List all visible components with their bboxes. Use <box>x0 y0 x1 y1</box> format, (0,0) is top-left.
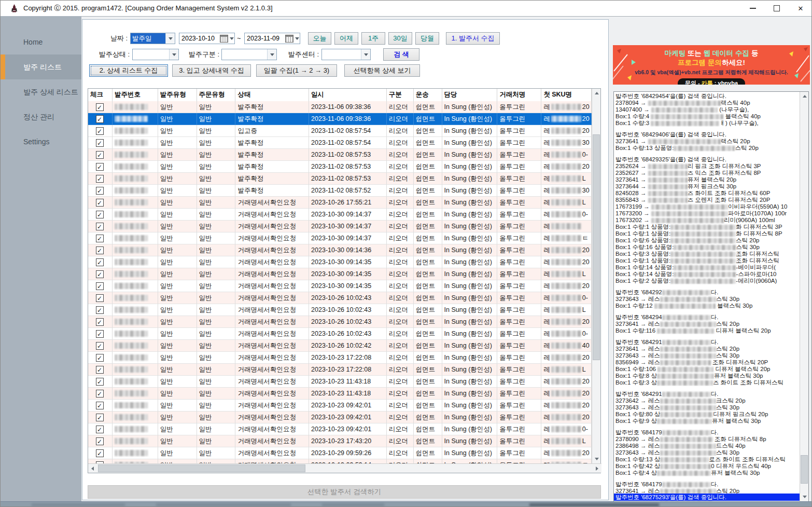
column-header-7[interactable]: 운송 <box>414 89 442 101</box>
row-checkbox[interactable] <box>96 282 104 290</box>
row-checkbox[interactable] <box>96 426 104 433</box>
row-checkbox[interactable] <box>96 127 104 135</box>
quick-button-today[interactable]: 오늘 <box>308 32 331 45</box>
row-checkbox[interactable] <box>96 211 104 218</box>
column-header-1[interactable]: 발주번호 <box>113 89 158 101</box>
row-checkbox[interactable] <box>96 163 104 171</box>
action-button-collect-inbound-detail[interactable]: 3. 입고 상세내역 수집 <box>172 64 251 77</box>
row-checkbox[interactable] <box>96 199 104 207</box>
row-checkbox[interactable] <box>96 103 104 111</box>
row-checkbox[interactable] <box>96 258 104 266</box>
table-row[interactable]: 일반일반입고중2023-11-02 08:57:54리오더쉽먼트In Sung … <box>88 125 592 137</box>
row-checkbox[interactable] <box>96 354 104 362</box>
table-row[interactable]: 일반일반거래명세서확인요청2023-10-23 11:43:18리오더쉽먼트In… <box>88 376 592 388</box>
ad-banner[interactable]: 마케팅 또는 웹 데이터 수집 등 프로그램 문의하세요! vb6.0 및 vb… <box>613 45 810 85</box>
sidebar-item-settings[interactable]: Settings <box>1 129 81 154</box>
table-row[interactable]: 일반일반거래명세서확인요청2023-10-23 09:42:01리오더쉽먼트In… <box>88 400 592 412</box>
table-row[interactable]: 일반일반거래명세서확인요청2023-10-30 09:14:35리오더쉽먼트In… <box>88 280 592 292</box>
row-checkbox[interactable] <box>96 151 104 159</box>
table-row[interactable]: 일반일반거래명세서확인요청2023-10-26 10:02:43리오더쉽먼트In… <box>88 292 592 304</box>
table-row[interactable]: 일반일반거래명세서확인요청2023-10-23 09:42:01리오더쉽먼트In… <box>88 412 592 423</box>
row-checkbox[interactable] <box>96 437 104 445</box>
scroll-up-icon[interactable] <box>800 92 809 101</box>
horizontal-scroll-thumb[interactable] <box>98 464 305 472</box>
table-row[interactable]: 일반일반거래명세서확인요청2023-10-30 09:14:36리오더쉽먼트In… <box>88 244 592 256</box>
table-row[interactable]: 일반일반거래명세서확인요청2023-10-19 09:59:14리오더쉽먼트In… <box>88 459 592 463</box>
table-row[interactable]: 일반일반거래명세서확인요청2023-10-26 10:02:43리오더쉽먼트In… <box>88 304 592 316</box>
column-header-5[interactable]: 일시 <box>309 89 387 101</box>
column-header-3[interactable]: 주문유형 <box>197 89 236 101</box>
row-checkbox[interactable] <box>96 139 104 147</box>
table-row[interactable]: 일반일반거래명세서확인요청2023-10-30 09:14:37리오더쉽먼트In… <box>88 221 592 232</box>
quick-button-this-month[interactable]: 당월 <box>415 32 439 45</box>
table-row[interactable]: 일반일반발주확정2023-11-06 09:38:36리오더쉽먼트In Sung… <box>88 101 592 113</box>
table-row[interactable]: 일반일반발주확정2023-11-02 08:57:53리오더쉽먼트In Sung… <box>88 149 592 161</box>
column-header-2[interactable]: 발주유형 <box>158 89 197 101</box>
table-row[interactable]: 일반일반거래명세서확인요청2023-10-23 17:22:08리오더쉽먼트In… <box>88 352 592 364</box>
quick-button-yesterday[interactable]: 어제 <box>334 32 358 45</box>
row-checkbox[interactable] <box>96 223 104 230</box>
table-row[interactable]: 일반일반거래명세서확인요청2023-10-29 09:59:26리오더쉽먼트In… <box>88 447 592 459</box>
row-checkbox[interactable] <box>96 318 104 326</box>
minimize-button[interactable] <box>741 1 765 16</box>
table-row[interactable]: 일반일반거래명세서확인요청2023-10-30 09:14:35리오더쉽먼트In… <box>88 268 592 280</box>
table-row[interactable]: 일반일반거래명세서확인요청2023-10-23 17:22:08리오더쉽먼트In… <box>88 364 592 376</box>
column-header-4[interactable]: 상태 <box>235 89 309 101</box>
log-selected-line[interactable]: 발주번호 '68275293'을(를) 검색 중입니다. <box>614 494 801 501</box>
table-row[interactable]: 일반일반거래명세서확인요청2023-10-30 09:14:37리오더쉽먼트In… <box>88 209 592 221</box>
row-checkbox[interactable] <box>96 115 104 123</box>
table-row[interactable]: 일반일반발주확정2023-11-02 08:57:53리오더쉽먼트In Sung… <box>88 173 592 185</box>
row-checkbox[interactable] <box>96 246 104 254</box>
scroll-up-icon[interactable] <box>592 89 601 98</box>
vertical-scroll-thumb[interactable] <box>593 134 600 360</box>
table-row[interactable]: 일반일반발주확정2023-11-06 09:38:36리오더쉽먼트In Sung… <box>88 113 592 125</box>
table-row[interactable]: 일반일반거래명세서확인요청2023-10-26 10:02:43리오더쉽먼트In… <box>88 328 592 340</box>
column-header-10[interactable]: 첫 SKU명 <box>541 89 592 101</box>
row-checkbox[interactable] <box>96 175 104 183</box>
scroll-down-icon[interactable] <box>800 492 809 501</box>
action-button-collect-batch[interactable]: 일괄 수집(1 → 2 → 3) <box>256 64 337 77</box>
row-checkbox[interactable] <box>96 402 104 409</box>
search-button[interactable]: 검 색 <box>383 48 419 61</box>
sidebar-item-home[interactable]: Home <box>1 30 81 54</box>
table-row[interactable]: 일반일반거래명세서확인요청2023-10-23 17:43:20리오더쉽먼트In… <box>88 435 592 447</box>
column-header-0[interactable]: 체크 <box>88 89 113 101</box>
table-row[interactable]: 일반일반거래명세서확인요청2023-10-26 10:02:43리오더쉽먼트In… <box>88 316 592 328</box>
row-checkbox[interactable] <box>96 294 104 302</box>
action-button-collect-detail-list[interactable]: 2. 상세 리스트 수집 <box>89 64 168 77</box>
table-row[interactable]: 일반일반거래명세서확인요청2023-10-23 11:43:18리오더쉽먼트In… <box>88 388 592 400</box>
sidebar-item-settlement[interactable]: 정산 관리 <box>1 104 81 129</box>
row-checkbox[interactable] <box>96 414 104 421</box>
maximize-button[interactable] <box>765 1 789 16</box>
row-checkbox[interactable] <box>96 330 104 338</box>
table-vertical-scrollbar[interactable] <box>592 89 600 463</box>
column-header-9[interactable]: 거래처명 <box>497 89 541 101</box>
row-checkbox[interactable] <box>96 390 104 398</box>
row-checkbox[interactable] <box>96 187 104 195</box>
order-division-combo[interactable] <box>221 49 277 60</box>
row-checkbox[interactable] <box>96 235 104 242</box>
table-row[interactable]: 일반일반거래명세서확인요청2023-10-26 17:55:21리오더쉽먼트In… <box>88 197 592 209</box>
quick-button-week1[interactable]: 1주 <box>361 32 385 45</box>
row-checkbox[interactable] <box>96 306 104 314</box>
date-type-combo[interactable]: 발주일 <box>130 33 175 44</box>
log-scrollbar[interactable] <box>800 92 808 501</box>
date-to-input[interactable]: 2023-11-09 <box>244 33 300 44</box>
table-row[interactable]: 일반일반발주확정2023-11-02 08:57:53리오더쉽먼트In Sung… <box>88 161 592 173</box>
sidebar-item-order-detail-list[interactable]: 발주 상세 리스트 <box>1 79 81 104</box>
table-row[interactable]: 일반일반거래명세서확인요청2023-10-30 09:14:35리오더쉽먼트In… <box>88 256 592 268</box>
action-button-view-selected-detail[interactable]: 선택항목 상세 보기 <box>344 64 420 77</box>
close-button[interactable]: ✕ <box>789 1 812 16</box>
table-row[interactable]: 일반일반발주확정2023-11-02 08:57:52리오더쉽먼트In Sung… <box>88 185 592 197</box>
scroll-right-icon[interactable] <box>593 464 601 473</box>
scroll-down-icon[interactable] <box>592 455 601 463</box>
search-selected-orders-button[interactable]: 선택한 발주서 검색하기 <box>88 485 601 499</box>
table-row[interactable]: 일반일반발주확정2023-11-02 08:57:54리오더쉽먼트In Sung… <box>88 137 592 149</box>
log-scroll-thumb[interactable] <box>801 455 808 484</box>
row-checkbox[interactable] <box>96 378 104 386</box>
quick-button-days30[interactable]: 30일 <box>388 32 412 45</box>
scroll-left-icon[interactable] <box>88 464 97 473</box>
ad-contact-badge[interactable]: 문의 - 카톡 : vbnvba <box>678 78 745 85</box>
table-row[interactable]: 일반일반거래명세서확인요청2023-10-30 09:14:37리오더쉽먼트In… <box>88 232 592 244</box>
column-header-6[interactable]: 구분 <box>387 89 414 101</box>
